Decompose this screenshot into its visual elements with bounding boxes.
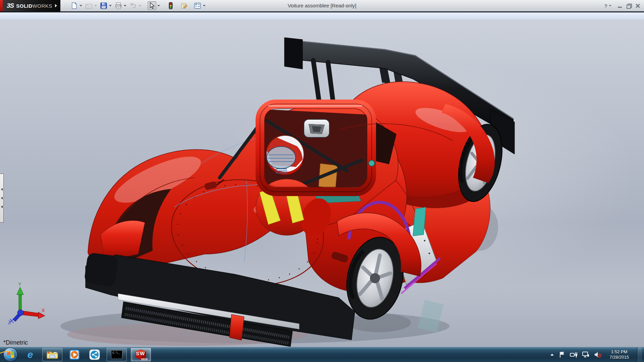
select-dropdown[interactable] — [157, 5, 160, 6]
print-dropdown[interactable] — [124, 5, 126, 6]
close-button[interactable] — [636, 4, 640, 8]
standard-toolbar — [70, 1, 207, 10]
command-prompt-icon[interactable]: C:\_ — [107, 348, 127, 361]
internet-explorer-icon[interactable]: e — [22, 348, 38, 362]
open-dropdown[interactable] — [94, 5, 97, 6]
triad-z-label: Z — [8, 320, 11, 325]
undo-icon[interactable] — [129, 1, 138, 10]
solidworks-2015-icon[interactable]: SW 2015 — [131, 348, 151, 361]
race-car-model — [0, 19, 644, 347]
media-player-icon[interactable] — [66, 348, 83, 362]
help-button[interactable]: ? — [604, 3, 613, 9]
taskbar-apps: e C:\_ SW 2015 — [22, 348, 151, 362]
graphics-viewport[interactable]: Y X Z *Dimetric — [0, 19, 644, 347]
triad-y-label: Y — [18, 282, 21, 287]
clock-date: 7/28/2015 — [609, 355, 629, 360]
clock-time: 1:52 PM — [609, 349, 629, 355]
windows-explorer-icon[interactable] — [42, 348, 62, 361]
collapse-arrow-icon — [1, 205, 3, 208]
feature-manager-collapsed-tab[interactable] — [0, 174, 4, 223]
print-icon[interactable] — [114, 1, 123, 10]
options-icon[interactable] — [193, 1, 202, 10]
reference-triad: Y X Z — [7, 281, 48, 325]
logo-text-solid: SOLID — [16, 3, 32, 9]
minimize-button[interactable] — [618, 4, 622, 8]
triad-x-label: X — [42, 308, 45, 313]
logo-text-works: WORKS — [33, 3, 52, 9]
window-controls: ? — [604, 0, 640, 11]
command-prompt-face: C:\_ — [111, 350, 122, 359]
solidworks-window: 3S SOLIDWORKS — [0, 0, 644, 362]
restore-button[interactable] — [627, 4, 631, 8]
new-dropdown[interactable] — [79, 5, 82, 6]
save-dropdown[interactable] — [109, 5, 112, 6]
select-tool-icon[interactable] — [148, 1, 156, 10]
share-app-icon[interactable] — [87, 348, 103, 362]
document-strip — [0, 12, 644, 19]
collapse-arrow-icon — [1, 197, 3, 199]
help-dropdown[interactable] — [609, 5, 611, 6]
undo-dropdown[interactable] — [139, 5, 141, 6]
show-desktop-button[interactable] — [637, 347, 642, 362]
system-tray: 1:52 PM 7/28/2015 — [550, 347, 644, 362]
taskbar-clock[interactable]: 1:52 PM 7/28/2015 — [606, 349, 632, 360]
view-orientation-label: *Dimetric — [3, 339, 28, 346]
open-document-icon[interactable] — [85, 1, 93, 10]
windows-taskbar: e C:\_ SW 2015 — [0, 347, 644, 362]
solidworks-logo: 3S SOLIDWORKS — [3, 0, 60, 11]
network-icon[interactable] — [582, 351, 589, 358]
collapse-arrow-icon — [1, 188, 3, 191]
solidworks-cube: SW 2015 — [135, 349, 147, 360]
volume-muted-icon[interactable] — [594, 351, 601, 358]
action-center-flag-icon[interactable] — [559, 351, 565, 358]
title-bar: 3S SOLIDWORKS — [0, 0, 644, 11]
rebuild-traffic-light-icon[interactable] — [166, 1, 175, 10]
save-icon[interactable] — [99, 1, 108, 10]
show-hidden-icons-arrow[interactable] — [550, 353, 554, 356]
brand-red-strip — [0, 0, 3, 11]
logo-mark: 3S — [7, 2, 14, 9]
menu-expand-icon[interactable] — [55, 4, 57, 7]
options-dropdown[interactable] — [203, 5, 206, 6]
new-document-icon[interactable] — [70, 1, 78, 10]
power-plug-icon[interactable] — [570, 351, 577, 358]
file-properties-icon[interactable] — [180, 1, 189, 10]
